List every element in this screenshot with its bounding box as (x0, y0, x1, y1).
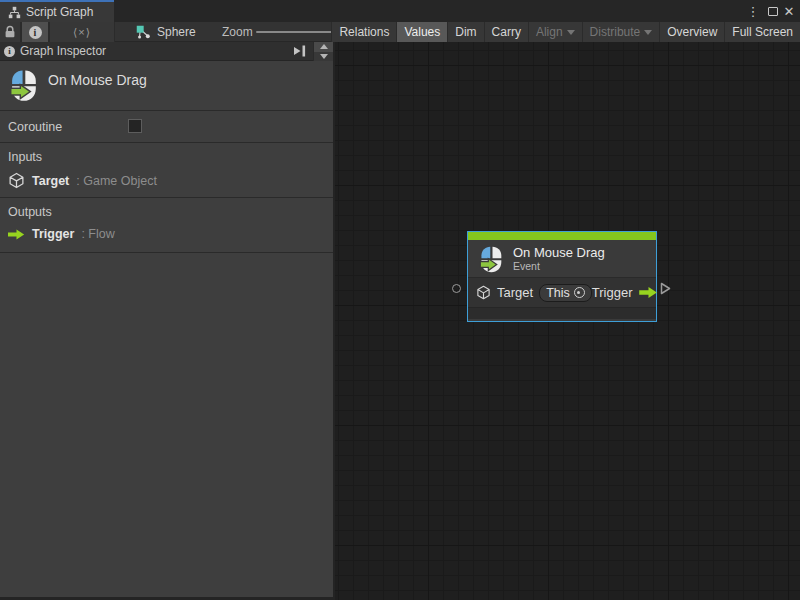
input-name: Target (32, 174, 69, 188)
this-value-pill[interactable]: This (539, 284, 592, 302)
coroutine-label: Coroutine (8, 120, 62, 134)
output-row-trigger: Trigger : Flow (8, 227, 333, 241)
node-footer (468, 307, 656, 319)
inspector-title: Graph Inspector (20, 44, 106, 58)
node-color-bar (468, 232, 656, 240)
node-subtitle: Event (513, 260, 605, 272)
lock-icon (4, 25, 16, 39)
inputs-section: Inputs Target : Game Object (0, 143, 333, 198)
flow-arrow-icon (638, 286, 659, 299)
toolbar-button-align[interactable]: Align (528, 22, 582, 42)
toolbar-button-carry[interactable]: Carry (484, 22, 528, 42)
zoom-label: Zoom (222, 25, 253, 39)
inspector-event-section: On Mouse Drag (0, 61, 333, 111)
button-label: Distribute (590, 25, 641, 39)
toolbar-button-overview[interactable]: Overview (659, 22, 724, 42)
title-bar: Script Graph ⋮ ✕ (0, 0, 800, 22)
node-output-connection-port[interactable] (660, 282, 671, 295)
toolbar-button-dim[interactable]: Dim (447, 22, 483, 42)
graph-inspector-panel: i Graph Inspector On Mouse Drag Coroutin… (0, 42, 335, 600)
button-label: Align (536, 25, 563, 39)
graph-name-label: Sphere (157, 25, 196, 39)
flow-arrow-icon (8, 228, 25, 241)
button-label: Relations (339, 25, 389, 39)
event-title: On Mouse Drag (48, 72, 147, 110)
info-icon: i (29, 26, 42, 39)
outputs-header: Outputs (8, 205, 333, 219)
outputs-section: Outputs Trigger : Flow (0, 198, 333, 253)
inspector-toggle-button[interactable]: i (21, 22, 49, 42)
coroutine-row: Coroutine (0, 111, 333, 143)
tab-script-graph[interactable]: Script Graph (0, 2, 114, 22)
button-label: Overview (667, 25, 717, 39)
node-body[interactable]: On Mouse Drag Event Target This Trigge (467, 231, 657, 322)
code-preview-button[interactable]: ⟨×⟩ (49, 22, 115, 42)
tab-title: Script Graph (26, 5, 93, 19)
button-label: Values (404, 25, 440, 39)
button-label: Dim (455, 25, 476, 39)
info-icon: i (4, 46, 15, 57)
output-name: Trigger (32, 227, 74, 241)
on-mouse-drag-icon (8, 68, 39, 102)
node-header[interactable]: On Mouse Drag Event (468, 240, 656, 277)
node-on-mouse-drag[interactable]: On Mouse Drag Event Target This Trigge (467, 231, 657, 322)
output-type: : Flow (81, 227, 114, 241)
this-value-label: This (546, 286, 570, 300)
window-close-button[interactable]: ✕ (780, 0, 798, 22)
kebab-menu-icon: ⋮ (747, 4, 760, 19)
lock-button[interactable] (0, 22, 21, 42)
panel-scroll-spinner (313, 42, 333, 61)
dropdown-arrow-icon (644, 30, 652, 35)
triangle-up-icon (320, 44, 328, 49)
node-port-row: Target This Trigger (468, 277, 656, 307)
cube-icon (8, 172, 25, 189)
node-input-connection-port[interactable] (452, 284, 461, 293)
window-menu-button[interactable]: ⋮ (744, 0, 762, 22)
input-port-group[interactable]: Target This (476, 284, 592, 302)
object-picker-icon[interactable] (574, 287, 585, 298)
graph-canvas[interactable]: On Mouse Drag Event Target This Trigge (335, 42, 800, 600)
input-row-target: Target : Game Object (8, 172, 333, 189)
target-port-label: Target (497, 285, 533, 300)
input-type: : Game Object (76, 174, 157, 188)
toolbar-button-fullscreen[interactable]: Full Screen (724, 22, 800, 42)
node-header-text: On Mouse Drag Event (513, 245, 605, 272)
code-icon: ⟨×⟩ (73, 26, 91, 39)
output-port-group[interactable]: Trigger (592, 285, 660, 300)
close-icon: ✕ (784, 4, 795, 19)
toolbar-button-relations[interactable]: Relations (331, 22, 396, 42)
scroll-down-button[interactable] (314, 52, 333, 62)
graph-name: Sphere (136, 22, 196, 42)
inspector-header: i Graph Inspector (0, 42, 333, 61)
cube-icon (476, 285, 491, 300)
graph-asset-icon (136, 25, 151, 40)
toolbar-button-values[interactable]: Values (396, 22, 447, 42)
dock-panel-icon[interactable] (293, 45, 307, 57)
trigger-port-label: Trigger (592, 285, 633, 300)
on-mouse-drag-icon (478, 245, 504, 273)
coroutine-checkbox[interactable] (128, 119, 142, 133)
maximize-icon (768, 7, 778, 16)
node-title: On Mouse Drag (513, 245, 605, 260)
button-label: Full Screen (732, 25, 793, 39)
triangle-down-icon (320, 54, 328, 59)
dropdown-arrow-icon (567, 30, 575, 35)
script-graph-icon (8, 6, 21, 19)
toolbar-toggle-group: Relations Values Dim Carry Align Distrib… (331, 22, 800, 42)
scroll-up-button[interactable] (314, 42, 333, 52)
toolbar-button-distribute[interactable]: Distribute (582, 22, 660, 42)
inputs-header: Inputs (8, 150, 333, 164)
graph-toolbar: i ⟨×⟩ Sphere Zoom 1x Relations Values Di… (0, 22, 800, 42)
button-label: Carry (492, 25, 521, 39)
